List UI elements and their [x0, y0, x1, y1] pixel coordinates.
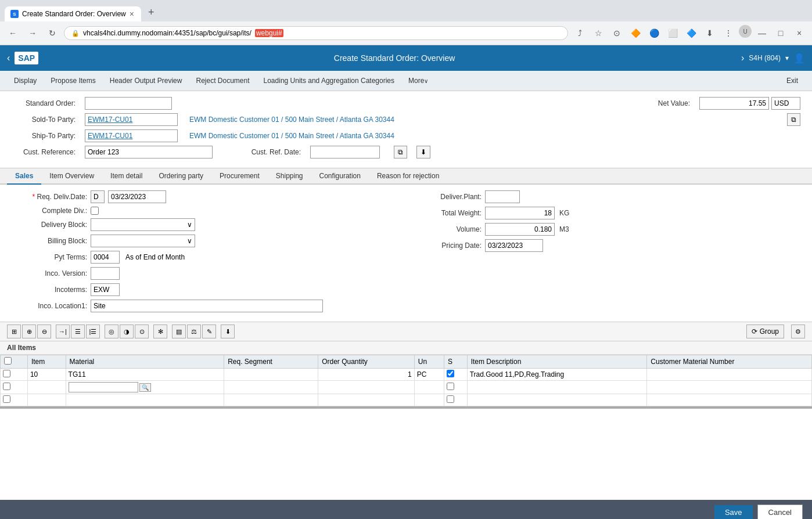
row2-s-checkbox[interactable]: [447, 383, 454, 390]
settings-btn[interactable]: ⋮: [720, 25, 736, 41]
pyt-terms-input[interactable]: [91, 251, 120, 264]
ship-to-party-address[interactable]: EWM Domestic Customer 01 / 500 Main Stre…: [189, 132, 394, 140]
ref-copy-btn2[interactable]: ⬇: [416, 146, 430, 158]
cust-ref-date-label: Cust. Ref. Date:: [243, 148, 301, 156]
cust-ref-input[interactable]: [85, 146, 213, 158]
inco-location-input[interactable]: [91, 300, 323, 312]
tool-btn-download[interactable]: ⬇: [221, 325, 235, 338]
tool-btn-edit[interactable]: ✎: [202, 325, 216, 338]
tool-btn-scale[interactable]: ⚖: [187, 325, 201, 338]
extension2-btn[interactable]: 🔵: [646, 25, 662, 41]
incoterms-input[interactable]: [91, 283, 120, 296]
tab-item-detail[interactable]: Item detail: [102, 168, 150, 185]
select-all-checkbox[interactable]: [4, 357, 12, 365]
tab-item-overview[interactable]: Item Overview: [41, 168, 102, 185]
row1-order-qty: 1: [318, 369, 415, 381]
form-area: Standard Order: Net Value: Sold-To Party…: [0, 91, 812, 168]
minimize-btn[interactable]: —: [754, 25, 770, 41]
tool-btn-grid[interactable]: ⊞: [7, 325, 21, 338]
toolbar-loading-units[interactable]: Loading Units and Aggregation Categories: [257, 73, 402, 88]
row3-s-checkbox[interactable]: [447, 395, 454, 403]
total-weight-input[interactable]: [485, 207, 555, 219]
sap-forward-btn[interactable]: ›: [741, 53, 744, 63]
tab-ordering-party[interactable]: Ordering party: [150, 168, 211, 185]
ref-copy-btn1[interactable]: ⧉: [394, 146, 407, 158]
new-tab-btn[interactable]: +: [142, 3, 160, 21]
tool-btn-wrench[interactable]: ⚙: [791, 325, 805, 338]
sap-back-btn[interactable]: ‹: [7, 53, 10, 63]
bookmark-btn[interactable]: ☆: [590, 25, 606, 41]
extension4-btn[interactable]: 🔷: [683, 25, 699, 41]
maximize-btn[interactable]: □: [773, 25, 789, 41]
standard-order-input[interactable]: [85, 97, 172, 110]
tool-btn-circle1[interactable]: ◎: [105, 325, 118, 338]
tab-reason-for-rejection[interactable]: Reason for rejection: [369, 168, 447, 185]
close-btn[interactable]: ×: [791, 25, 807, 41]
browser-tab[interactable]: S Create Standard Order: Overview ×: [5, 6, 141, 21]
refresh-btn[interactable]: ↻: [44, 25, 60, 41]
all-items-header: All Items: [0, 341, 812, 355]
tool-btn-star[interactable]: ✻: [153, 325, 167, 338]
complete-div-checkbox[interactable]: [91, 207, 99, 215]
address-bar[interactable]: 🔒 vhcals4hci.dummy.nodomain:44351/sap/bc…: [64, 26, 568, 40]
sap-system-dropdown[interactable]: ▾: [785, 54, 789, 62]
tool-btn-dot[interactable]: ⊙: [135, 325, 149, 338]
group-btn[interactable]: ⟳ Group: [746, 325, 784, 338]
row3-req-segment: [224, 394, 318, 406]
row2-checkbox[interactable]: [3, 383, 10, 390]
incoterms-row: Incoterms:: [12, 283, 394, 296]
ship-to-party-input[interactable]: [85, 129, 178, 142]
tab-shipping[interactable]: Shipping: [268, 168, 311, 185]
billing-block-dropdown[interactable]: ∨: [91, 235, 195, 247]
req-deliv-date-type[interactable]: [91, 190, 105, 203]
row2-material-input[interactable]: [69, 382, 138, 392]
currency-input[interactable]: [771, 97, 800, 110]
toolbar-propose-items[interactable]: Propose Items: [44, 73, 102, 88]
toolbar-more[interactable]: More∨: [401, 73, 435, 88]
delivery-block-dropdown[interactable]: ∨: [91, 218, 195, 231]
tab-configuration[interactable]: Configuration: [311, 168, 369, 185]
save-button[interactable]: Save: [714, 505, 753, 519]
row1-s-checkbox[interactable]: [447, 370, 454, 377]
sold-to-party-address[interactable]: EWM Domestic Customer 01 / 500 Main Stre…: [189, 116, 394, 124]
toolbar-header-output-preview[interactable]: Header Output Preview: [103, 73, 189, 88]
items-table-scroll[interactable]: Item Material Req. Segment Order Quantit…: [0, 355, 812, 409]
tool-btn-remove[interactable]: ⊖: [37, 325, 51, 338]
tab-procurement[interactable]: Procurement: [211, 168, 268, 185]
sold-to-party-input[interactable]: [85, 113, 178, 126]
download-btn[interactable]: ⬇: [702, 25, 718, 41]
toolbar-display[interactable]: Display: [7, 73, 44, 88]
tab-close-btn[interactable]: ×: [130, 9, 134, 19]
deliver-plant-input[interactable]: [485, 190, 520, 203]
sold-to-copy-btn[interactable]: ⧉: [787, 113, 800, 126]
cancel-button[interactable]: Cancel: [757, 504, 803, 519]
cust-ref-date-input[interactable]: [310, 146, 380, 158]
sap-app: ‹ SAP Create Standard Order: Overview › …: [0, 45, 812, 519]
account-btn[interactable]: ⊙: [609, 25, 625, 41]
sap-user-icon[interactable]: 👤: [793, 53, 805, 64]
back-btn[interactable]: ←: [5, 25, 21, 41]
row3-checkbox[interactable]: [3, 395, 10, 403]
tool-btn-circle2[interactable]: ◑: [120, 325, 134, 338]
tool-btn-table[interactable]: ▤: [172, 325, 186, 338]
req-deliv-date-input[interactable]: [108, 190, 166, 203]
tool-btn-add[interactable]: ⊕: [22, 325, 36, 338]
user-avatar-btn[interactable]: U: [739, 25, 752, 38]
tool-btn-list2[interactable]: |☰: [86, 325, 100, 338]
net-value-input[interactable]: [699, 97, 769, 110]
extension1-btn[interactable]: 🔶: [627, 25, 644, 41]
volume-input[interactable]: [485, 223, 555, 236]
inco-version-input[interactable]: [91, 267, 120, 280]
toolbar-reject-document[interactable]: Reject Document: [189, 73, 256, 88]
extension3-btn[interactable]: ⬜: [664, 25, 681, 41]
pricing-date-input[interactable]: [485, 239, 543, 252]
tab-sales[interactable]: Sales: [7, 168, 41, 185]
row2-material-search-btn[interactable]: 🔍: [139, 383, 151, 392]
share-btn[interactable]: ⤴: [572, 25, 588, 41]
row1-checkbox[interactable]: [3, 370, 10, 377]
tool-btn-indent[interactable]: →|: [56, 325, 70, 338]
tool-btn-list1[interactable]: ☰: [71, 325, 85, 338]
row1-checkbox-cell: [1, 369, 28, 381]
toolbar-exit[interactable]: Exit: [779, 73, 805, 88]
forward-btn[interactable]: →: [24, 25, 41, 41]
